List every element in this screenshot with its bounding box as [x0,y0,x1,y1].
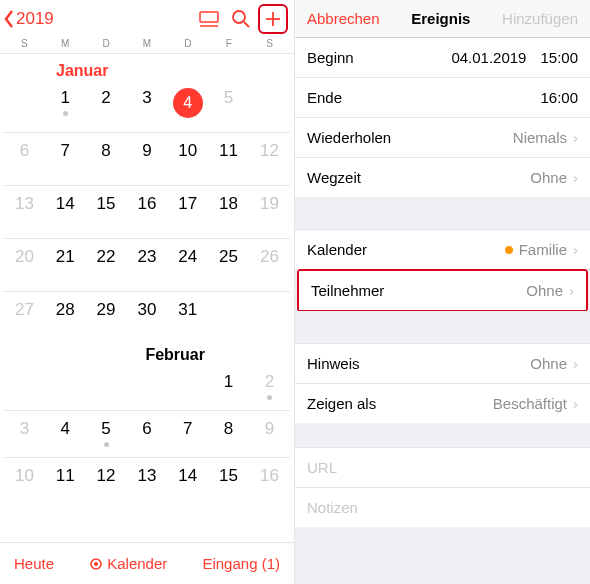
day-cell[interactable]: 8 [86,133,127,185]
today-button[interactable]: Heute [14,555,54,572]
day-cell[interactable]: 9 [249,411,290,457]
day-cell[interactable]: 12 [249,133,290,185]
chevron-right-icon: › [569,282,574,299]
svg-line-3 [244,22,249,27]
day-cell[interactable]: 23 [126,239,167,291]
list-view-icon [199,11,219,27]
calendar-scroll[interactable]: Januar 1 2 3 4 5 6 7 8 9 10 11 12 13 14 … [0,54,294,542]
back-button[interactable]: 2019 [2,8,54,30]
day-cell[interactable]: 6 [126,411,167,457]
view-toggle-button[interactable] [194,4,224,34]
inbox-button[interactable]: Eingang (1) [202,555,280,572]
back-year-label: 2019 [16,9,54,29]
url-input-row[interactable]: URL [295,447,590,487]
cancel-button[interactable]: Abbrechen [307,10,380,27]
month-label-january: Januar [56,54,290,80]
day-cell[interactable]: 14 [167,458,208,504]
end-row[interactable]: Ende 16:00 [295,78,590,118]
svg-point-2 [233,11,245,23]
day-cell[interactable]: 16 [126,186,167,238]
day-cell-selected[interactable]: 4 [167,80,208,132]
day-cell[interactable]: 27 [4,292,45,338]
repeat-row[interactable]: Wiederholen Niemals › [295,118,590,158]
day-cell[interactable]: 13 [126,458,167,504]
day-cell[interactable]: 10 [4,458,45,504]
day-cell[interactable]: 11 [45,458,86,504]
day-cell[interactable]: 4 [45,411,86,457]
chevron-right-icon: › [573,129,578,146]
plus-icon [263,9,283,29]
day-cell[interactable]: 19 [249,186,290,238]
day-cell[interactable]: 26 [249,239,290,291]
chevron-right-icon: › [573,241,578,258]
day-cell[interactable]: 18 [208,186,249,238]
day-cell[interactable]: 20 [4,239,45,291]
calendar-pane: 2019 SMDMDFS Januar 1 2 3 4 5 6 7 8 9 [0,0,295,584]
add-event-button[interactable] [258,4,288,34]
day-cell[interactable]: 5 [86,411,127,457]
travel-time-row[interactable]: Wegzeit Ohne › [295,158,590,197]
day-cell[interactable]: 2 [86,80,127,132]
day-cell[interactable]: 3 [126,80,167,132]
day-cell[interactable]: 24 [167,239,208,291]
calendar-select-row[interactable]: Kalender Familie › [295,229,590,270]
day-cell[interactable]: 1 [45,80,86,132]
day-cell[interactable]: 31 [167,292,208,338]
day-cell[interactable]: 13 [4,186,45,238]
day-cell[interactable]: 11 [208,133,249,185]
month-label-february: Februar [4,338,245,364]
chevron-right-icon: › [573,169,578,186]
day-cell[interactable]: 9 [126,133,167,185]
day-cell[interactable]: 10 [167,133,208,185]
calendar-header: 2019 [0,0,294,38]
chevron-right-icon: › [573,395,578,412]
weekday-row: SMDMDFS [0,38,294,53]
calendar-footer: Heute Kalender Eingang (1) [0,542,294,584]
day-cell[interactable]: 12 [86,458,127,504]
add-button-disabled: Hinzufügen [502,10,578,27]
day-cell[interactable]: 15 [208,458,249,504]
calendar-color-dot [505,246,513,254]
event-title: Ereignis [411,10,470,27]
show-as-row[interactable]: Zeigen als Beschäftigt › [295,384,590,423]
day-cell[interactable]: 3 [4,411,45,457]
day-cell[interactable]: 28 [45,292,86,338]
day-cell[interactable]: 21 [45,239,86,291]
notes-input-row[interactable]: Notizen [295,488,590,527]
day-cell[interactable]: 17 [167,186,208,238]
attendees-row[interactable]: Teilnehmer Ohne › [299,271,586,310]
svg-point-7 [94,562,98,566]
day-cell[interactable]: 7 [45,133,86,185]
begin-row[interactable]: Beginn 04.01.2019 15:00 [295,38,590,78]
day-cell[interactable]: 15 [86,186,127,238]
day-cell[interactable]: 1 [208,364,249,410]
day-cell[interactable]: 2 [249,364,290,410]
chevron-right-icon: › [573,355,578,372]
day-cell[interactable]: 30 [126,292,167,338]
calendars-button[interactable]: Kalender [89,555,167,572]
day-cell[interactable]: 5 [208,80,249,132]
day-cell[interactable]: 25 [208,239,249,291]
search-icon [231,9,251,29]
calendar-dot-icon [89,557,103,571]
day-cell[interactable]: 22 [86,239,127,291]
day-cell[interactable]: 16 [249,458,290,504]
search-button[interactable] [226,4,256,34]
event-editor-pane: Abbrechen Ereignis Hinzufügen Beginn 04.… [295,0,590,584]
chevron-left-icon [2,8,16,30]
day-cell[interactable]: 14 [45,186,86,238]
day-cell[interactable]: 7 [167,411,208,457]
alert-row[interactable]: Hinweis Ohne › [295,343,590,384]
day-cell[interactable]: 6 [4,133,45,185]
event-header: Abbrechen Ereignis Hinzufügen [295,0,590,38]
day-cell[interactable]: 29 [86,292,127,338]
svg-rect-0 [200,12,218,22]
day-cell[interactable]: 8 [208,411,249,457]
